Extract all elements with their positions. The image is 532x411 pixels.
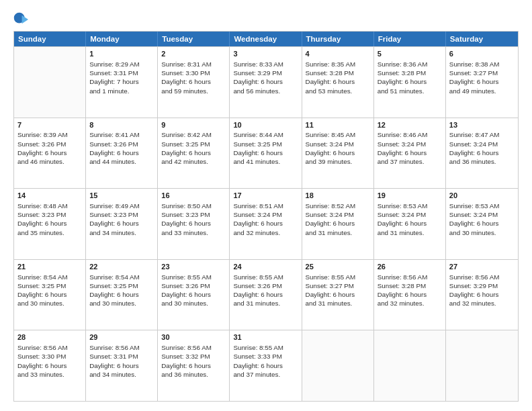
day-number: 23 [161, 262, 226, 272]
calendar-header: SundayMondayTuesdayWednesdayThursdayFrid… [14, 32, 518, 46]
week-row-1: 1Sunrise: 8:29 AM Sunset: 3:31 PM Daylig… [14, 46, 518, 118]
day-cell-9: 9Sunrise: 8:42 AM Sunset: 3:25 PM Daylig… [158, 118, 230, 189]
day-cell-3: 3Sunrise: 8:33 AM Sunset: 3:29 PM Daylig… [230, 47, 302, 118]
day-cell-17: 17Sunrise: 8:51 AM Sunset: 3:24 PM Dayli… [230, 189, 302, 259]
day-text: Sunrise: 8:36 AM Sunset: 3:28 PM Dayligh… [378, 60, 428, 95]
day-number: 7 [17, 120, 82, 130]
day-text: Sunrise: 8:33 AM Sunset: 3:29 PM Dayligh… [233, 60, 283, 95]
header-day-sunday: Sunday [14, 32, 86, 46]
day-text: Sunrise: 8:55 AM Sunset: 3:33 PM Dayligh… [233, 344, 283, 378]
day-number: 26 [378, 262, 442, 272]
day-number: 14 [17, 191, 82, 201]
day-text: Sunrise: 8:55 AM Sunset: 3:26 PM Dayligh… [161, 273, 212, 308]
day-number: 28 [17, 332, 82, 342]
day-number: 19 [378, 191, 442, 201]
day-number: 30 [161, 332, 226, 342]
day-cell-22: 22Sunrise: 8:54 AM Sunset: 3:25 PM Dayli… [86, 260, 158, 330]
day-text: Sunrise: 8:44 AM Sunset: 3:25 PM Dayligh… [233, 131, 283, 165]
week-row-5: 28Sunrise: 8:56 AM Sunset: 3:30 PM Dayli… [14, 330, 518, 401]
day-number: 6 [449, 49, 515, 59]
svg-marker-1 [22, 15, 28, 24]
header [13, 12, 519, 27]
header-day-monday: Monday [86, 32, 158, 46]
day-text: Sunrise: 8:35 AM Sunset: 3:28 PM Dayligh… [306, 60, 356, 95]
day-cell-25: 25Sunrise: 8:55 AM Sunset: 3:27 PM Dayli… [302, 260, 374, 330]
day-number: 18 [306, 191, 370, 201]
day-cell-5: 5Sunrise: 8:36 AM Sunset: 3:28 PM Daylig… [374, 47, 446, 118]
header-day-friday: Friday [374, 32, 446, 46]
week-row-4: 21Sunrise: 8:54 AM Sunset: 3:25 PM Dayli… [14, 259, 518, 330]
day-cell-20: 20Sunrise: 8:53 AM Sunset: 3:24 PM Dayli… [446, 189, 518, 259]
day-text: Sunrise: 8:47 AM Sunset: 3:24 PM Dayligh… [449, 131, 500, 165]
empty-cell [446, 330, 518, 401]
day-text: Sunrise: 8:56 AM Sunset: 3:30 PM Dayligh… [17, 344, 68, 378]
day-cell-30: 30Sunrise: 8:56 AM Sunset: 3:32 PM Dayli… [158, 330, 230, 401]
day-text: Sunrise: 8:45 AM Sunset: 3:24 PM Dayligh… [306, 131, 356, 165]
day-text: Sunrise: 8:56 AM Sunset: 3:29 PM Dayligh… [449, 273, 500, 308]
day-cell-16: 16Sunrise: 8:50 AM Sunset: 3:23 PM Dayli… [158, 189, 230, 259]
day-number: 10 [233, 120, 298, 130]
day-number: 9 [161, 120, 226, 130]
day-number: 24 [233, 262, 298, 272]
day-cell-15: 15Sunrise: 8:49 AM Sunset: 3:23 PM Dayli… [86, 189, 158, 259]
day-number: 25 [306, 262, 370, 272]
day-number: 20 [449, 191, 515, 201]
day-cell-23: 23Sunrise: 8:55 AM Sunset: 3:26 PM Dayli… [158, 260, 230, 330]
day-text: Sunrise: 8:42 AM Sunset: 3:25 PM Dayligh… [161, 131, 212, 165]
day-cell-14: 14Sunrise: 8:48 AM Sunset: 3:23 PM Dayli… [14, 189, 86, 259]
day-cell-19: 19Sunrise: 8:53 AM Sunset: 3:24 PM Dayli… [374, 189, 446, 259]
day-number: 22 [89, 262, 154, 272]
day-number: 11 [306, 120, 370, 130]
day-text: Sunrise: 8:56 AM Sunset: 3:32 PM Dayligh… [161, 344, 212, 378]
day-number: 29 [89, 332, 154, 342]
day-cell-2: 2Sunrise: 8:31 AM Sunset: 3:30 PM Daylig… [158, 47, 230, 118]
page: SundayMondayTuesdayWednesdayThursdayFrid… [0, 0, 532, 411]
day-cell-29: 29Sunrise: 8:56 AM Sunset: 3:31 PM Dayli… [86, 330, 158, 401]
day-cell-4: 4Sunrise: 8:35 AM Sunset: 3:28 PM Daylig… [302, 47, 374, 118]
day-number: 1 [89, 49, 154, 59]
day-number: 17 [233, 191, 298, 201]
day-text: Sunrise: 8:55 AM Sunset: 3:26 PM Dayligh… [233, 273, 283, 308]
day-cell-13: 13Sunrise: 8:47 AM Sunset: 3:24 PM Dayli… [446, 118, 518, 189]
day-text: Sunrise: 8:39 AM Sunset: 3:26 PM Dayligh… [17, 131, 68, 165]
calendar-body: 1Sunrise: 8:29 AM Sunset: 3:31 PM Daylig… [14, 46, 518, 401]
day-number: 3 [233, 49, 298, 59]
day-number: 27 [449, 262, 515, 272]
header-day-saturday: Saturday [446, 32, 518, 46]
day-number: 4 [306, 49, 370, 59]
header-day-wednesday: Wednesday [230, 32, 302, 46]
calendar: SundayMondayTuesdayWednesdayThursdayFrid… [13, 31, 519, 402]
day-text: Sunrise: 8:51 AM Sunset: 3:24 PM Dayligh… [233, 202, 283, 236]
day-text: Sunrise: 8:38 AM Sunset: 3:27 PM Dayligh… [449, 60, 500, 95]
day-text: Sunrise: 8:56 AM Sunset: 3:31 PM Dayligh… [89, 344, 140, 378]
day-cell-1: 1Sunrise: 8:29 AM Sunset: 3:31 PM Daylig… [86, 47, 158, 118]
logo-icon [13, 12, 28, 27]
day-text: Sunrise: 8:53 AM Sunset: 3:24 PM Dayligh… [449, 202, 500, 236]
day-text: Sunrise: 8:53 AM Sunset: 3:24 PM Dayligh… [378, 202, 428, 236]
day-text: Sunrise: 8:56 AM Sunset: 3:28 PM Dayligh… [378, 273, 428, 308]
day-text: Sunrise: 8:54 AM Sunset: 3:25 PM Dayligh… [17, 273, 68, 308]
empty-cell [302, 330, 374, 401]
day-cell-26: 26Sunrise: 8:56 AM Sunset: 3:28 PM Dayli… [374, 260, 446, 330]
day-number: 16 [161, 191, 226, 201]
day-cell-7: 7Sunrise: 8:39 AM Sunset: 3:26 PM Daylig… [14, 118, 86, 189]
day-text: Sunrise: 8:52 AM Sunset: 3:24 PM Dayligh… [306, 202, 356, 236]
day-text: Sunrise: 8:29 AM Sunset: 3:31 PM Dayligh… [89, 60, 140, 95]
day-cell-31: 31Sunrise: 8:55 AM Sunset: 3:33 PM Dayli… [230, 330, 302, 401]
day-text: Sunrise: 8:49 AM Sunset: 3:23 PM Dayligh… [89, 202, 140, 236]
day-cell-24: 24Sunrise: 8:55 AM Sunset: 3:26 PM Dayli… [230, 260, 302, 330]
day-cell-10: 10Sunrise: 8:44 AM Sunset: 3:25 PM Dayli… [230, 118, 302, 189]
day-text: Sunrise: 8:46 AM Sunset: 3:24 PM Dayligh… [378, 131, 428, 165]
day-cell-28: 28Sunrise: 8:56 AM Sunset: 3:30 PM Dayli… [14, 330, 86, 401]
day-text: Sunrise: 8:41 AM Sunset: 3:26 PM Dayligh… [89, 131, 140, 165]
day-cell-11: 11Sunrise: 8:45 AM Sunset: 3:24 PM Dayli… [302, 118, 374, 189]
day-number: 2 [161, 49, 226, 59]
empty-cell [14, 47, 86, 118]
day-number: 31 [233, 332, 298, 342]
day-number: 13 [449, 120, 515, 130]
week-row-3: 14Sunrise: 8:48 AM Sunset: 3:23 PM Dayli… [14, 188, 518, 259]
header-day-thursday: Thursday [302, 32, 374, 46]
header-day-tuesday: Tuesday [158, 32, 230, 46]
day-number: 5 [378, 49, 442, 59]
day-cell-21: 21Sunrise: 8:54 AM Sunset: 3:25 PM Dayli… [14, 260, 86, 330]
